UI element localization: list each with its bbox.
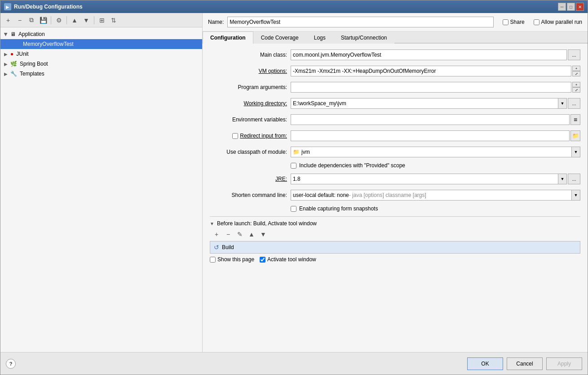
save-config-btn[interactable]: 💾 [38, 15, 48, 25]
main-window: ▶ Run/Debug Configurations ─ □ ✕ + − ⧉ 💾… [0, 0, 588, 375]
sort-btn[interactable]: ⊞ [97, 15, 107, 25]
tree-arrow-templates: ▶ [3, 71, 9, 76]
before-launch-arrow[interactable]: ▼ [210, 221, 214, 226]
maximize-btn[interactable]: □ [567, 3, 575, 11]
vm-expand-btn[interactable]: + [572, 66, 580, 71]
tab-configuration[interactable]: Configuration [203, 31, 253, 44]
tree-item-memoryoverflowtest[interactable]: MemoryOverflowTest [0, 39, 202, 49]
shorten-dropdown-btn[interactable]: ▼ [571, 190, 580, 201]
config-area: Main class: ... VM options: + ⤢ [203, 44, 588, 352]
tree-label-springboot: Spring Boot [20, 61, 48, 67]
parallel-checkbox[interactable] [534, 19, 539, 25]
tab-startup[interactable]: Startup/Connection [333, 31, 395, 44]
vm-options-label: VM options: [210, 68, 291, 74]
shorten-label: Shorten command line: [210, 192, 291, 198]
env-vars-browse-btn[interactable]: ≡ [570, 114, 580, 125]
move-up-btn[interactable]: ▲ [70, 15, 80, 25]
activate-tool-checkbox[interactable] [260, 257, 265, 263]
parallel-label: Allow parallel run [541, 19, 582, 25]
window-icon: ▶ [4, 3, 11, 10]
vm-expand-btns: + ⤢ [572, 66, 580, 76]
toolbar-separator-2 [66, 16, 67, 24]
program-expand-btn[interactable]: + [572, 82, 580, 87]
program-args-input[interactable] [291, 82, 571, 93]
tab-code-coverage[interactable]: Code Coverage [253, 31, 306, 44]
working-dir-combo: ▼ [291, 98, 567, 109]
provided-scope-checkbox[interactable] [291, 163, 296, 169]
shorten-display: user-local default: none - java [options… [291, 190, 571, 201]
shorten-row: Shorten command line: user-local default… [210, 189, 580, 201]
name-input[interactable] [227, 17, 493, 27]
tree-item-springboot[interactable]: ▶ 🌿 Spring Boot [0, 59, 202, 69]
launch-down-btn[interactable]: ▼ [258, 229, 268, 239]
copy-config-btn[interactable]: ⧉ [27, 15, 36, 25]
program-args-label: Program arguments: [210, 84, 291, 90]
vm-expand-btn2[interactable]: ⤢ [572, 71, 580, 76]
shorten-combo: user-local default: none - java [options… [291, 190, 580, 201]
env-vars-input[interactable] [291, 114, 570, 125]
left-panel: + − ⧉ 💾 ⚙ ▲ ▼ ⊞ ⇅ ▶ 🖥 Application [0, 13, 203, 352]
cancel-btn[interactable]: Cancel [507, 357, 543, 370]
launch-up-btn[interactable]: ▲ [247, 229, 256, 239]
main-class-label: Main class: [210, 52, 291, 58]
launch-remove-btn[interactable]: − [223, 229, 233, 239]
jre-dropdown-btn[interactable]: ▼ [558, 174, 567, 184]
add-config-btn[interactable]: + [3, 15, 13, 25]
parallel-group: Allow parallel run [534, 19, 582, 25]
move-down-btn[interactable]: ▼ [81, 15, 91, 25]
tree-arrow-application: ▶ [4, 31, 9, 37]
snapshots-checkbox[interactable] [291, 206, 296, 212]
tree-item-templates[interactable]: ▶ 🔧 Templates [0, 69, 202, 79]
before-launch-header: ▼ Before launch: Build, Activate tool wi… [210, 220, 580, 227]
working-dir-dropdown-btn[interactable]: ▼ [558, 98, 567, 109]
sort2-btn[interactable]: ⇅ [109, 15, 119, 25]
minimize-btn[interactable]: ─ [558, 3, 566, 11]
vm-options-input[interactable] [291, 66, 571, 76]
provided-scope-row: Include dependencies with "Provided" sco… [210, 162, 580, 169]
module-display: 📁 jvm [291, 147, 571, 157]
build-list: ↺ Build [210, 241, 580, 254]
junit-icon: ● [10, 51, 13, 57]
main-class-browse-btn[interactable]: ... [568, 49, 580, 60]
program-expand-btn2[interactable]: ⤢ [572, 87, 580, 93]
provided-scope-label: Include dependencies with "Provided" sco… [299, 162, 405, 169]
launch-add-btn[interactable]: + [212, 229, 221, 239]
module-value: jvm [301, 149, 310, 155]
jre-input[interactable] [291, 174, 558, 184]
main-class-input[interactable] [291, 49, 567, 60]
ok-btn[interactable]: OK [467, 357, 503, 370]
tree-arrow-junit: ▶ [3, 52, 9, 57]
config-tabs: Configuration Code Coverage Logs Startup… [203, 31, 588, 44]
tab-logs[interactable]: Logs [306, 31, 333, 44]
redirect-checkbox[interactable] [232, 133, 238, 139]
tree-item-junit[interactable]: ▶ ● JUnit [0, 49, 202, 59]
help-btn[interactable]: ? [6, 359, 16, 369]
tree-label-junit: JUnit [16, 51, 28, 57]
apply-btn[interactable]: Apply [546, 357, 582, 370]
share-checkbox[interactable] [503, 19, 508, 25]
jre-row: JRE: ▼ ... [210, 173, 580, 185]
share-label: Share [510, 19, 525, 25]
jre-browse-btn[interactable]: ... [568, 174, 580, 184]
tree-item-application[interactable]: ▶ 🖥 Application [0, 29, 202, 39]
redirect-browse-btn[interactable]: 📁 [570, 130, 580, 141]
launch-edit-btn[interactable]: ✎ [235, 229, 245, 239]
before-launch-section: ▼ Before launch: Build, Activate tool wi… [210, 216, 580, 265]
tree-label-application: Application [18, 31, 45, 37]
name-row: Name: Share Allow parallel run [203, 13, 588, 31]
settings-btn[interactable]: ⚙ [54, 15, 64, 25]
show-page-group: Show this page [210, 256, 254, 263]
close-btn[interactable]: ✕ [576, 3, 584, 11]
redirect-input[interactable] [291, 130, 570, 141]
config-tree: ▶ 🖥 Application MemoryOverflowTest ▶ ● J… [0, 27, 202, 352]
jre-label: JRE: [210, 176, 291, 182]
working-dir-input[interactable] [291, 98, 558, 109]
module-combo: 📁 jvm ▼ [291, 147, 580, 157]
module-dropdown-btn[interactable]: ▼ [571, 147, 580, 157]
working-dir-browse-btn[interactable]: ... [568, 98, 580, 109]
redirect-label-group: Redirect input from: [210, 133, 291, 139]
build-item[interactable]: ↺ Build [210, 241, 580, 253]
show-page-checkbox[interactable] [210, 257, 216, 263]
remove-config-btn[interactable]: − [15, 15, 25, 25]
env-vars-row: Environment variables: ≡ [210, 114, 580, 125]
